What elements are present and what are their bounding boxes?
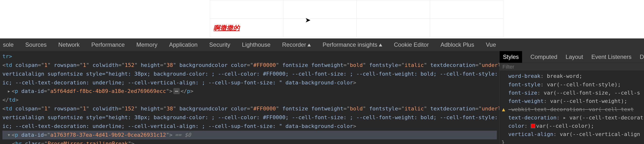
styles-tab-styles[interactable]: Styles — [500, 51, 522, 63]
ellipsis-icon[interactable]: ⋯ — [174, 88, 180, 94]
warning-icon: ▲ — [502, 105, 505, 114]
dom-punct: > — [15, 97, 18, 103]
dom-text: tr> — [2, 53, 12, 59]
page-content: 啊撒撒的 ➤ — [0, 0, 644, 38]
css-declaration[interactable]: text-decoration: ▸ var(--cell-text-decor… — [508, 114, 644, 122]
css-declaration[interactable]: ▲-webkit-text-decoration: var( cell text — [508, 105, 644, 114]
tab-performance[interactable]: Performance — [91, 41, 124, 48]
dom-line[interactable]: <td colspan="1" rowspan="1" colwidth="15… — [2, 61, 497, 70]
dom-attrs: colspan="1" rowspan="1" colwidth="152" h… — [12, 106, 499, 112]
table-cell[interactable] — [357, 0, 430, 19]
table-row — [210, 0, 504, 19]
css-declaration[interactable]: font-size: var(--cell-font-size, --cell-… — [508, 89, 644, 97]
dom-line[interactable]: </td> — [2, 96, 497, 104]
table-cell[interactable] — [430, 19, 504, 37]
tab-adblock[interactable]: Adblock Plus — [440, 41, 474, 48]
dom-tag: td — [9, 97, 16, 103]
table-cell-text[interactable]: 啊撒撒的 — [210, 19, 284, 37]
dom-attrs: verticalalign supfontsize style="height:… — [2, 114, 499, 120]
styles-filter-input[interactable] — [502, 64, 641, 70]
tab-sources[interactable]: Sources — [25, 41, 46, 48]
dom-punct: < — [12, 88, 15, 94]
dom-tag: br — [15, 140, 22, 144]
dom-line[interactable]: <br class="ProseMirror-trailingBreak"> — [2, 139, 497, 144]
tab-network[interactable]: Network — [58, 41, 80, 48]
table-cell[interactable] — [284, 19, 357, 37]
dom-attrs: colspan="1" rowspan="1" colwidth="152" h… — [12, 62, 499, 68]
css-declaration[interactable]: font-style: var(--cell-font-style); — [508, 80, 644, 89]
css-declaration[interactable]: vertical-align: var(--cell-vertical-alig… — [508, 130, 644, 138]
dom-attrs: ic; --cell-text-decoration: underline; -… — [2, 80, 356, 86]
tab-perf-insights[interactable]: Performance insights — [322, 41, 382, 48]
dom-punct: </ — [2, 97, 9, 103]
styles-filter — [500, 63, 644, 71]
dom-tag: td — [6, 62, 12, 68]
tab-console[interactable]: sole — [3, 41, 14, 48]
styles-tab-eventlisteners[interactable]: Event Listeners — [591, 54, 631, 60]
expand-arrow-icon[interactable]: ▸ — [7, 87, 12, 96]
dom-attrs: class="ProseMirror-trailingBreak"> — [22, 140, 134, 144]
dom-tag: p — [15, 132, 18, 138]
table-cell[interactable] — [284, 0, 357, 19]
experiment-icon — [308, 44, 311, 47]
color-swatch[interactable] — [531, 124, 535, 128]
tab-lighthouse[interactable]: Lighthouse — [242, 41, 270, 48]
dom-punct: < — [12, 132, 15, 138]
dom-line[interactable]: ▸<p data-id="a5f64ddf-f8bc-4b89-a18e-2ed… — [2, 87, 497, 96]
dom-tag: td — [6, 106, 12, 112]
dom-line[interactable]: tr> — [2, 52, 497, 61]
dom-punct: > — [190, 88, 193, 94]
devtools-tabstrip: sole Sources Network Performance Memory … — [0, 38, 644, 51]
dom-tag: p — [15, 88, 18, 94]
tab-security[interactable]: Security — [209, 41, 230, 48]
styles-tab-dom[interactable]: DOM — [640, 54, 644, 60]
experiment-icon — [379, 44, 382, 47]
css-declaration[interactable]: color: var(--cell-color); — [508, 122, 644, 130]
dom-line[interactable]: <td colspan="1" rowspan="1" colwidth="15… — [2, 104, 497, 113]
tab-recorder-label: Recorder — [282, 41, 306, 48]
dom-attrs: verticalalign supfontsize style="height:… — [2, 71, 499, 77]
collapse-arrow-icon[interactable]: ▾ — [7, 131, 12, 139]
dom-tree[interactable]: tr> <td colspan="1" rowspan="1" colwidth… — [0, 51, 499, 144]
tab-perf-insights-label: Performance insights — [322, 41, 377, 48]
table-cell[interactable] — [430, 0, 504, 19]
dom-punct: < — [2, 62, 6, 68]
tab-cookie-editor[interactable]: Cookie Editor — [394, 41, 429, 48]
css-brace: } — [502, 138, 644, 144]
dom-punct: < — [2, 106, 6, 112]
tab-memory[interactable]: Memory — [136, 41, 158, 48]
css-declaration[interactable]: font-weight: var(--cell-font-weight); — [508, 97, 644, 105]
dom-line[interactable]: ic; --cell-text-decoration: underline; -… — [2, 78, 497, 87]
devtools: sole Sources Network Performance Memory … — [0, 38, 644, 144]
styles-tab-computed[interactable]: Computed — [530, 54, 557, 60]
content-table: 啊撒撒的 — [210, 0, 504, 37]
dom-tag: p — [187, 88, 190, 94]
styles-panel: Styles Computed Layout Event Listeners D… — [499, 51, 644, 144]
tab-application[interactable]: Application — [169, 41, 198, 48]
styles-body[interactable]: word-break: break-word;font-style: var(-… — [500, 71, 644, 144]
dom-attrs: ic; --cell-text-decoration: underline; -… — [2, 123, 356, 129]
cell-text: 啊撒撒的 — [214, 24, 240, 32]
table-row: 啊撒撒的 — [210, 19, 504, 37]
dom-attrs: data-id="a1763f78-37ea-4d41-9b92-0cea269… — [18, 132, 173, 138]
devtools-main: tr> <td colspan="1" rowspan="1" colwidth… — [0, 51, 644, 144]
dom-line[interactable]: verticalalign supfontsize style="height:… — [2, 70, 497, 78]
tab-vue[interactable]: Vue — [486, 41, 496, 48]
dom-line[interactable]: verticalalign supfontsize style="height:… — [2, 113, 497, 122]
styles-tabs: Styles Computed Layout Event Listeners D… — [500, 51, 644, 63]
table-cell[interactable] — [357, 19, 430, 37]
css-declaration[interactable]: word-break: break-word; — [508, 72, 644, 80]
table-cell[interactable] — [210, 0, 284, 19]
dom-punct: < — [12, 140, 15, 144]
dom-line-selected[interactable]: ▾<p data-id="a1763f78-37ea-4d41-9b92-0ce… — [2, 131, 497, 139]
dom-attrs: data-id="a5f64ddf-f8bc-4b89-a18e-2ed7696… — [18, 88, 173, 94]
equals-dollar-zero: == $0 — [175, 132, 191, 138]
dom-line[interactable]: ic; --cell-text-decoration: underline; -… — [2, 122, 497, 131]
tab-recorder[interactable]: Recorder — [282, 41, 311, 48]
styles-tab-layout[interactable]: Layout — [566, 54, 583, 60]
dom-punct: </ — [181, 88, 187, 94]
